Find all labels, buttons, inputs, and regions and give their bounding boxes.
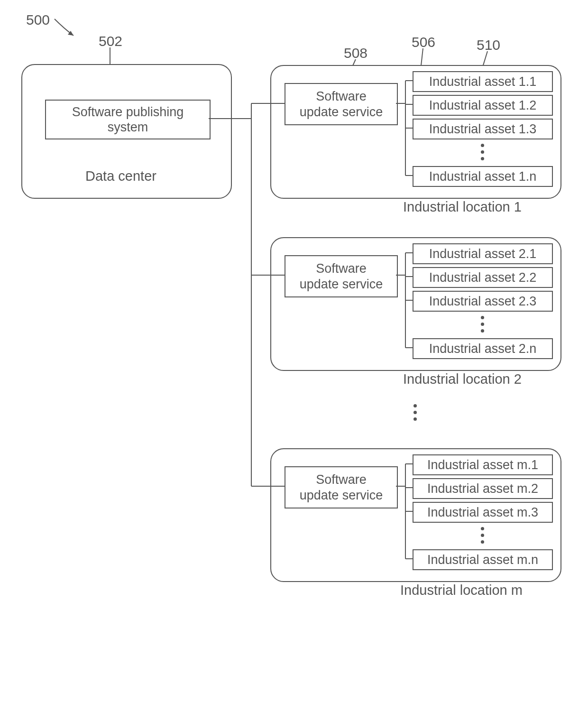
asset-m-1: Industrial asset m.1	[413, 454, 553, 475]
vdots-assets-2	[480, 313, 485, 336]
asset-1-3: Industrial asset 1.3	[413, 119, 553, 139]
asset-2-3: Industrial asset 2.3	[413, 291, 553, 312]
asset-m-n: Industrial asset m.n	[413, 549, 553, 570]
update-service-1-box: Software update service	[285, 83, 398, 125]
asset-1-1: Industrial asset 1.1	[413, 71, 553, 92]
vdots-assets-1	[480, 140, 485, 164]
update-service-m-box: Software update service	[285, 466, 398, 508]
ref-506: 506	[412, 34, 435, 50]
ref-508: 508	[344, 45, 368, 61]
asset-m-3: Industrial asset m.3	[413, 502, 553, 523]
asset-1-2: Industrial asset 1.2	[413, 95, 553, 116]
ref-502: 502	[99, 33, 122, 49]
ref-510-a: 510	[477, 37, 500, 53]
vdots-locations	[413, 401, 417, 424]
asset-2-1: Industrial asset 2.1	[413, 243, 553, 264]
asset-1-n: Industrial asset 1.n	[413, 166, 553, 187]
asset-2-2: Industrial asset 2.2	[413, 267, 553, 288]
asset-2-n: Industrial asset 2.n	[413, 338, 553, 359]
asset-m-2: Industrial asset m.2	[413, 478, 553, 499]
publishing-system-box: Software publishing system	[45, 100, 211, 139]
data-center-caption: Data center	[85, 168, 156, 184]
update-service-2-box: Software update service	[285, 255, 398, 297]
location-2-caption: Industrial location 2	[403, 371, 522, 387]
location-m-caption: Industrial location m	[400, 582, 523, 598]
location-1-caption: Industrial location 1	[403, 199, 522, 215]
vdots-assets-m	[480, 524, 485, 547]
figure-ref-label: 500	[26, 12, 50, 28]
